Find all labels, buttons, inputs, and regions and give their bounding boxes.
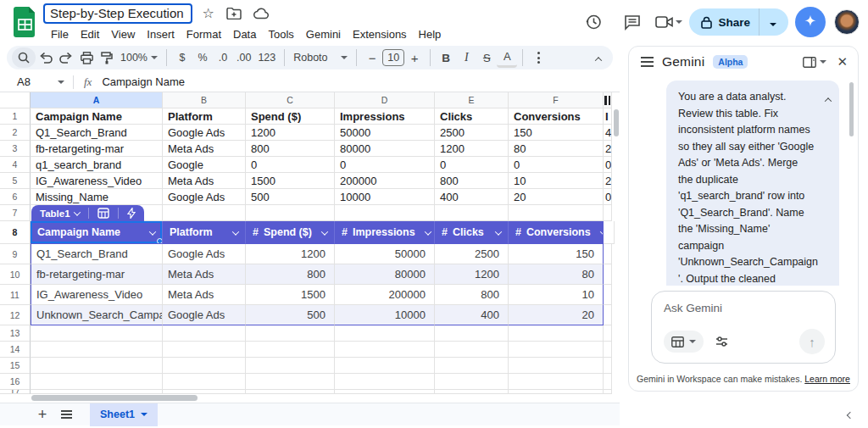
column-dropdown-icon[interactable] (496, 226, 501, 238)
cell-D11[interactable]: 200000 (335, 285, 435, 305)
table-chip-name[interactable]: Table1 (31, 205, 88, 221)
col-header-D[interactable]: D (335, 92, 435, 108)
increase-decimal-button[interactable]: .00 (233, 47, 254, 68)
cell-A12[interactable]: Unknown_Search_Campaign (31, 305, 163, 325)
cell-A11[interactable]: IG_Awareness_Video (31, 285, 163, 305)
cell-E15[interactable] (435, 358, 509, 374)
cell-E1[interactable]: Clicks (435, 108, 509, 125)
cell-E16[interactable] (435, 374, 509, 390)
cell-B16[interactable] (163, 374, 246, 390)
cell-F6[interactable]: 20 (509, 189, 604, 205)
cell-E2[interactable]: 2500 (435, 125, 509, 141)
cell-D6[interactable]: 10000 (335, 189, 435, 205)
row-header-8[interactable]: 8 (0, 221, 31, 244)
cell-C6[interactable]: 500 (246, 189, 335, 205)
cell-D3[interactable]: 80000 (335, 141, 435, 157)
select-all-corner[interactable] (0, 92, 31, 108)
cell-F4[interactable]: 0 (509, 157, 604, 173)
undo-icon[interactable] (36, 47, 56, 68)
cell-B10[interactable]: Meta Ads (163, 264, 246, 285)
cell-B4[interactable]: Google (163, 157, 246, 173)
zoom-select[interactable]: 100% (117, 47, 161, 68)
row-header-16[interactable]: 16 (0, 374, 31, 390)
cell-C7[interactable] (246, 205, 335, 221)
row-header-3[interactable]: 3 (0, 141, 31, 157)
cell-C16[interactable] (246, 374, 335, 390)
cell-E11[interactable]: 800 (435, 285, 509, 305)
cell-F1[interactable]: Conversions (509, 108, 604, 125)
meet-caret-icon[interactable] (676, 20, 682, 24)
gemini-input[interactable]: Ask Gemini (664, 302, 825, 314)
col-header-B[interactable]: B (163, 92, 246, 108)
cell-B13[interactable] (163, 325, 246, 342)
move-folder-icon[interactable] (226, 8, 242, 19)
version-history-icon[interactable] (577, 6, 609, 38)
menu-edit[interactable]: Edit (75, 25, 105, 43)
cell-A15[interactable] (31, 358, 163, 374)
decrease-font-size-button[interactable]: − (362, 47, 382, 68)
cell-D8[interactable]: #Impressions (335, 221, 435, 244)
star-icon[interactable]: ☆ (203, 7, 214, 20)
cell-A14[interactable] (31, 342, 163, 358)
menu-icon[interactable] (641, 57, 654, 66)
cell-D9[interactable]: 50000 (335, 244, 435, 264)
cell-A4[interactable]: q1_search_brand (31, 157, 163, 173)
cell-A13[interactable] (31, 325, 163, 342)
row-header-1[interactable]: 1 (0, 108, 31, 125)
cell-F11[interactable]: 10 (509, 285, 604, 305)
format-percent-button[interactable]: % (192, 47, 213, 68)
menu-insert[interactable]: Insert (141, 25, 181, 43)
formula-input[interactable]: Campaign Name (102, 75, 185, 88)
menu-view[interactable]: View (105, 25, 141, 43)
cell-C3[interactable]: 800 (246, 141, 335, 157)
cell-F3[interactable]: 80 (509, 141, 604, 157)
cell-D12[interactable]: 10000 (335, 305, 435, 325)
cell-D7[interactable] (335, 205, 435, 221)
sheet-tab-caret-icon[interactable] (141, 413, 147, 416)
row-header-10[interactable]: 10 (0, 264, 31, 285)
cell-D15[interactable] (335, 358, 435, 374)
share-caret-icon[interactable] (761, 14, 785, 30)
cell-F13[interactable] (509, 325, 604, 342)
cell-E8[interactable]: #Clicks (435, 221, 509, 244)
column-dropdown-icon[interactable] (322, 226, 327, 238)
horizontal-scrollbar-track[interactable] (0, 394, 620, 403)
cell-D10[interactable]: 80000 (335, 264, 435, 285)
sheet-tab-sheet1[interactable]: Sheet1 (90, 403, 158, 426)
decrease-decimal-button[interactable]: .0 (213, 47, 233, 68)
row-header-13[interactable]: 13 (0, 325, 31, 342)
gemini-conversation[interactable]: You are a data analyst.Review this table… (629, 77, 858, 286)
cell-C2[interactable]: 1200 (246, 125, 335, 141)
cell-B3[interactable]: Meta Ads (163, 141, 246, 157)
row-header-7[interactable]: 7 (0, 205, 31, 221)
gemini-sparkle-button[interactable] (795, 7, 826, 37)
horizontal-scrollbar[interactable] (31, 395, 198, 401)
increase-font-size-button[interactable]: + (404, 47, 425, 68)
cell-A8[interactable]: Campaign Name (31, 221, 163, 244)
cell-C5[interactable]: 1500 (246, 173, 335, 189)
table-grid-icon[interactable] (89, 205, 118, 221)
cell-D2[interactable]: 50000 (335, 125, 435, 141)
col-header-A[interactable]: A (31, 92, 163, 108)
cell-A10[interactable]: fb-retargeting-mar (31, 264, 163, 285)
cell-E5[interactable]: 800 (435, 173, 509, 189)
font-size-input[interactable]: 10 (382, 49, 404, 66)
table-chip[interactable]: Table1 (31, 205, 144, 221)
column-dropdown-icon[interactable] (233, 226, 238, 238)
format-currency-button[interactable]: $ (172, 47, 192, 68)
cell-F7[interactable] (509, 205, 604, 221)
cell-A3[interactable]: fb-retargeting-mar (31, 141, 163, 157)
meet-video-icon[interactable] (655, 15, 682, 29)
cell-A16[interactable] (31, 374, 163, 390)
cell-C10[interactable]: 800 (246, 264, 335, 285)
menu-file[interactable]: File (45, 25, 75, 43)
cell-C8[interactable]: #Spend ($) (246, 221, 335, 244)
name-box-caret-icon[interactable] (58, 81, 64, 84)
row-header-2[interactable]: 2 (0, 125, 31, 141)
row-header-6[interactable]: 6 (0, 189, 31, 205)
user-avatar[interactable] (834, 9, 860, 35)
collapse-toolbar-icon[interactable] (596, 52, 601, 64)
all-sheets-icon[interactable] (54, 403, 78, 426)
cell-E4[interactable]: 0 (435, 157, 509, 173)
row-header-12[interactable]: 12 (0, 305, 31, 325)
